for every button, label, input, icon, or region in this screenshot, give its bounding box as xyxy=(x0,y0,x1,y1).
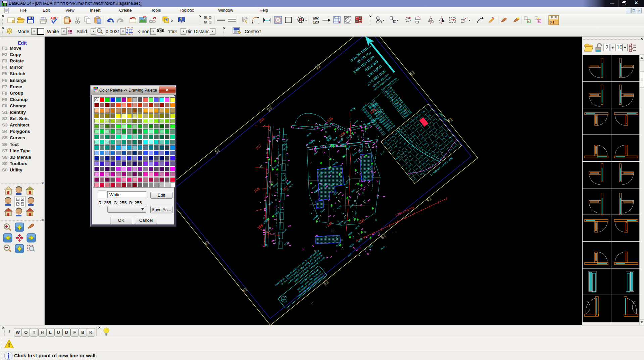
svg-text:10: 10 xyxy=(616,45,623,50)
svg-text:2: 2 xyxy=(605,45,608,50)
svg-text:?: ? xyxy=(180,17,182,21)
svg-text:123: 123 xyxy=(313,20,319,24)
svg-text:✕: ✕ xyxy=(369,15,372,18)
svg-text:abc: abc xyxy=(313,16,319,20)
svg-text:✕: ✕ xyxy=(199,15,202,18)
svg-text:0 1: 0 1 xyxy=(550,20,554,24)
